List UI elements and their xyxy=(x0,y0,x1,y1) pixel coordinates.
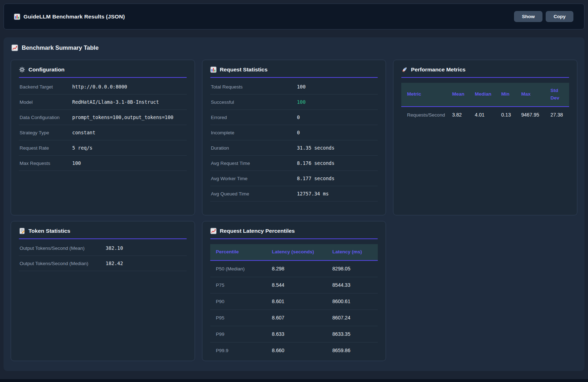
stat-row: Total Requests 100 xyxy=(210,79,378,95)
row-label: Model xyxy=(20,99,72,105)
row-label: Strategy Type xyxy=(20,130,72,135)
cell-seconds: 8.607 xyxy=(268,310,329,326)
stat-row: Successful 100 xyxy=(210,95,378,110)
row-value: 12757.34 ms xyxy=(297,191,377,197)
row-label: Output Tokens/Second (Median) xyxy=(20,261,106,266)
row-value: 8.177 seconds xyxy=(297,176,377,181)
card-request-latency-percentiles: Request Latency Percentiles Percentile L… xyxy=(202,221,386,361)
row-value: prompt_tokens=100,output_tokens=100 xyxy=(72,114,186,120)
table-row: P95 8.607 8607.24 xyxy=(210,310,378,326)
column-header: Latency (ms) xyxy=(329,244,378,260)
row-value: 0 xyxy=(297,114,377,120)
cell-seconds: 8.601 xyxy=(268,293,329,310)
row-value: 382.10 xyxy=(106,245,186,251)
column-header: Percentile xyxy=(210,244,269,260)
stat-row: Duration 31.35 seconds xyxy=(210,140,378,156)
chart-increasing-icon xyxy=(11,44,18,51)
row-value: 182.42 xyxy=(106,260,186,266)
cell-seconds: 8.544 xyxy=(268,277,329,293)
row-value: 8.176 seconds xyxy=(297,160,377,166)
row-label: Avg Queued Time xyxy=(211,191,297,197)
gear-icon xyxy=(19,66,25,73)
cell-std: 27.38 xyxy=(547,107,569,123)
row-value: 100 xyxy=(72,160,186,166)
row-value: constant xyxy=(72,130,186,135)
row-label: Duration xyxy=(211,145,297,151)
row-label: Request Rate xyxy=(20,145,72,151)
accent-rule xyxy=(210,238,378,239)
cell-ms: 8607.24 xyxy=(329,310,378,326)
row-label: Incomplete xyxy=(211,130,297,135)
cell-percentile: P75 xyxy=(210,277,269,293)
cell-max: 9467.95 xyxy=(518,107,547,123)
section-title: Benchmark Summary Table xyxy=(22,44,99,51)
stat-row: Incomplete 0 xyxy=(210,125,378,140)
table-row: Requests/Second 3.82 4.01 0.13 9467.95 2… xyxy=(401,107,569,123)
section-heading: Benchmark Summary Table xyxy=(11,44,577,51)
config-row: Max Requests 100 xyxy=(19,156,187,171)
card-token-statistics: Token Statistics Output Tokens/Second (M… xyxy=(11,221,195,361)
row-value: RedHatAI/Llama-3.1-8B-Instruct xyxy=(72,99,186,105)
row-label: Output Tokens/Second (Mean) xyxy=(20,246,106,251)
column-header: Mean xyxy=(449,83,471,107)
cell-ms: 8600.61 xyxy=(329,293,378,310)
card-title: Request Latency Percentiles xyxy=(220,228,295,234)
cell-ms: 8659.86 xyxy=(329,342,378,359)
row-label: Errored xyxy=(211,115,297,120)
table-row: P90 8.601 8600.61 xyxy=(210,293,378,310)
bar-chart-icon xyxy=(14,14,20,20)
cell-percentile: P90 xyxy=(210,293,269,310)
copy-button[interactable]: Copy xyxy=(546,11,573,22)
config-row: Strategy Type constant xyxy=(19,125,187,140)
cell-seconds: 8.660 xyxy=(268,342,329,359)
cell-percentile: P99.9 xyxy=(210,342,269,359)
accent-rule xyxy=(210,77,378,78)
row-value-success: 100 xyxy=(297,99,377,105)
rocket-icon xyxy=(401,66,408,73)
chart-increasing-icon xyxy=(210,228,217,234)
cell-metric: Requests/Second xyxy=(401,107,449,123)
table-row: P99.9 8.660 8659.86 xyxy=(210,342,378,359)
row-value: 31.35 seconds xyxy=(297,145,377,151)
row-value: 0 xyxy=(297,130,377,135)
token-row: Output Tokens/Second (Mean) 382.10 xyxy=(19,241,187,256)
config-row: Model RedHatAI/Llama-3.1-8B-Instruct xyxy=(19,95,187,110)
accent-rule xyxy=(19,77,187,78)
card-performance-metrics: Performance Metrics Metric Mean Median M… xyxy=(393,60,577,215)
memo-icon xyxy=(19,228,25,234)
content-panel: Benchmark Summary Table Configuration Ba… xyxy=(4,37,584,371)
cell-mean: 3.82 xyxy=(449,107,471,123)
card-title: Request Statistics xyxy=(220,66,267,73)
accent-rule xyxy=(401,77,569,78)
card-request-statistics: Request Statistics Total Requests 100 Su… xyxy=(202,60,386,215)
cell-seconds: 8.298 xyxy=(268,260,329,277)
stat-row: Avg Queued Time 12757.34 ms xyxy=(210,186,378,201)
cell-ms: 8544.33 xyxy=(329,277,378,293)
stat-row: Avg Request Time 8.176 seconds xyxy=(210,156,378,171)
cell-median: 4.01 xyxy=(471,107,498,123)
bar-chart-icon xyxy=(210,66,217,73)
row-label: Successful xyxy=(211,99,297,105)
card-configuration: Configuration Backend Target http://0.0.… xyxy=(11,60,195,215)
config-row: Request Rate 5 req/s xyxy=(19,140,187,156)
row-label: Avg Request Time xyxy=(211,161,297,166)
card-title: Performance Metrics xyxy=(411,66,465,73)
row-label: Max Requests xyxy=(20,161,72,166)
table-row: P99 8.633 8633.35 xyxy=(210,326,378,342)
column-header: Latency (seconds) xyxy=(268,244,329,260)
column-header: Std Dev xyxy=(547,83,569,107)
token-row: Output Tokens/Second (Median) 182.42 xyxy=(19,256,187,271)
column-header: Min xyxy=(498,83,518,107)
row-value: 5 req/s xyxy=(72,145,186,151)
row-label: Total Requests xyxy=(211,84,297,90)
row-label: Avg Worker Time xyxy=(211,176,297,181)
cell-ms: 8298.05 xyxy=(329,260,378,277)
row-label: Backend Target xyxy=(20,84,72,90)
config-row: Data Configuration prompt_tokens=100,out… xyxy=(19,110,187,125)
cell-percentile: P50 (Median) xyxy=(210,260,269,277)
stat-row: Errored 0 xyxy=(210,110,378,125)
card-title: Token Statistics xyxy=(28,228,70,234)
show-button[interactable]: Show xyxy=(514,11,542,22)
column-header: Metric xyxy=(401,83,449,107)
column-header: Median xyxy=(471,83,498,107)
